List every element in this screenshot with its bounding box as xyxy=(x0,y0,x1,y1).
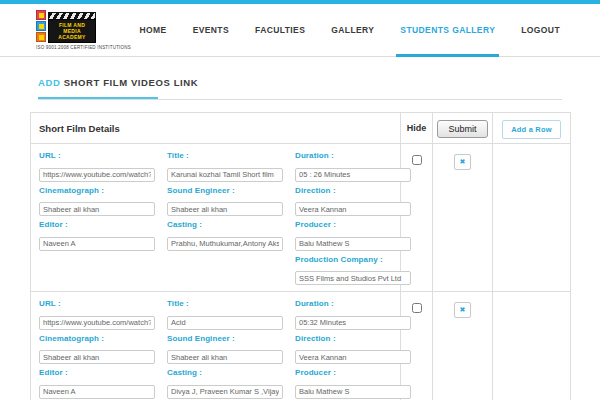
action-cell: ✖ xyxy=(433,292,493,400)
producer-input[interactable] xyxy=(295,237,411,251)
spacer-cell xyxy=(493,144,571,292)
logo-red-square xyxy=(36,10,46,20)
casting-input[interactable] xyxy=(167,385,283,399)
academy-logo: FILM AND MEDIA ACADEMY ISO 9001:2008 CER… xyxy=(36,4,131,56)
submit-button[interactable]: Submit xyxy=(437,120,487,138)
nav-item-logout[interactable]: LOGOUT xyxy=(521,4,560,56)
site-header: FILM AND MEDIA ACADEMY ISO 9001:2008 CER… xyxy=(0,4,600,57)
title-input[interactable] xyxy=(167,316,283,330)
hide-checkbox[interactable] xyxy=(412,155,422,165)
direction-label: Direction : xyxy=(295,334,411,343)
production-company-input[interactable] xyxy=(295,271,411,285)
casting-label: Casting : xyxy=(167,368,283,377)
title-underline-accent xyxy=(38,97,158,100)
editor-label: Editor : xyxy=(39,368,155,377)
page-title-text: SHORT FILM VIDEOS LINK xyxy=(64,77,199,88)
editor-label: Editor : xyxy=(39,220,155,229)
production-company-label: Production Company : xyxy=(295,255,411,264)
duration-label: Duration : xyxy=(295,299,411,308)
casting-input[interactable] xyxy=(167,237,283,251)
spacer-cell xyxy=(493,292,571,400)
short-film-table: Short Film Details Hide Submit Add a Row… xyxy=(30,112,571,400)
direction-label: Direction : xyxy=(295,186,411,195)
direction-input[interactable] xyxy=(295,202,411,216)
sound-engineer-label: Sound Engineer : xyxy=(167,334,283,343)
cinematograph-label: Cinematograph : xyxy=(39,186,155,195)
page-title: ADD SHORT FILM VIDEOS LINK xyxy=(38,77,562,88)
add-row-button[interactable]: Add a Row xyxy=(502,120,561,139)
producer-input[interactable] xyxy=(295,385,411,399)
duration-label: Duration : xyxy=(295,151,411,160)
title-label: Title : xyxy=(167,299,283,308)
delete-row-button[interactable]: ✖ xyxy=(454,154,471,170)
nav-item-faculties[interactable]: FACULTIES xyxy=(255,4,305,56)
title-underline xyxy=(38,97,562,100)
casting-label: Casting : xyxy=(167,220,283,229)
table-header-row: Short Film Details Hide Submit Add a Row xyxy=(31,113,571,144)
direction-input[interactable] xyxy=(295,350,411,364)
producer-label: Producer : xyxy=(295,368,411,377)
sound-engineer-label: Sound Engineer : xyxy=(167,186,283,195)
submit-cell: Submit xyxy=(433,113,493,144)
nav-item-events[interactable]: EVENTS xyxy=(193,4,229,56)
short-film-row: URL : Cinematograph : Editor : Title : xyxy=(31,292,571,400)
logo-blue-square xyxy=(36,21,46,31)
short-film-row: URL : Cinematograph : Editor : Title : xyxy=(31,144,571,292)
nav-item-students-gallery[interactable]: STUDENTS GALLERY xyxy=(400,4,495,56)
duration-input[interactable] xyxy=(295,316,411,330)
editor-input[interactable] xyxy=(39,385,155,399)
sound-engineer-input[interactable] xyxy=(167,202,283,216)
title-label: Title : xyxy=(167,151,283,160)
add-row-cell: Add a Row xyxy=(493,113,571,144)
url-label: URL : xyxy=(39,299,155,308)
title-input[interactable] xyxy=(167,168,283,182)
cinematograph-label: Cinematograph : xyxy=(39,334,155,343)
main-nav: HOME EVENTS FACULTIES GALLERY STUDENTS G… xyxy=(140,4,560,56)
url-input[interactable] xyxy=(39,316,155,330)
url-input[interactable] xyxy=(39,168,155,182)
nav-item-home[interactable]: HOME xyxy=(140,4,167,56)
hide-header: Hide xyxy=(401,113,433,144)
nav-item-gallery[interactable]: GALLERY xyxy=(331,4,374,56)
logo-text-line3: ACADEMY xyxy=(50,34,94,40)
details-cell: URL : Cinematograph : Editor : Title : xyxy=(31,292,401,400)
page-content: ADD SHORT FILM VIDEOS LINK Short Film De… xyxy=(0,77,600,400)
logo-caption: ISO 9001:2008 CERTIFIED INSTITUTIONS xyxy=(36,45,131,50)
action-cell: ✖ xyxy=(433,144,493,292)
url-label: URL : xyxy=(39,151,155,160)
details-header: Short Film Details xyxy=(31,113,401,144)
logo-color-squares xyxy=(36,10,46,42)
cinematograph-input[interactable] xyxy=(39,350,155,364)
producer-label: Producer : xyxy=(295,220,411,229)
clapperboard-icon: FILM AND MEDIA ACADEMY xyxy=(48,12,96,43)
logo-orange-square xyxy=(36,32,46,42)
delete-row-button[interactable]: ✖ xyxy=(454,302,471,318)
cinematograph-input[interactable] xyxy=(39,202,155,216)
hide-checkbox[interactable] xyxy=(412,303,422,313)
editor-input[interactable] xyxy=(39,237,155,251)
page-title-accent: ADD xyxy=(38,77,60,88)
duration-input[interactable] xyxy=(295,168,411,182)
sound-engineer-input[interactable] xyxy=(167,350,283,364)
details-cell: URL : Cinematograph : Editor : Title : xyxy=(31,144,401,292)
